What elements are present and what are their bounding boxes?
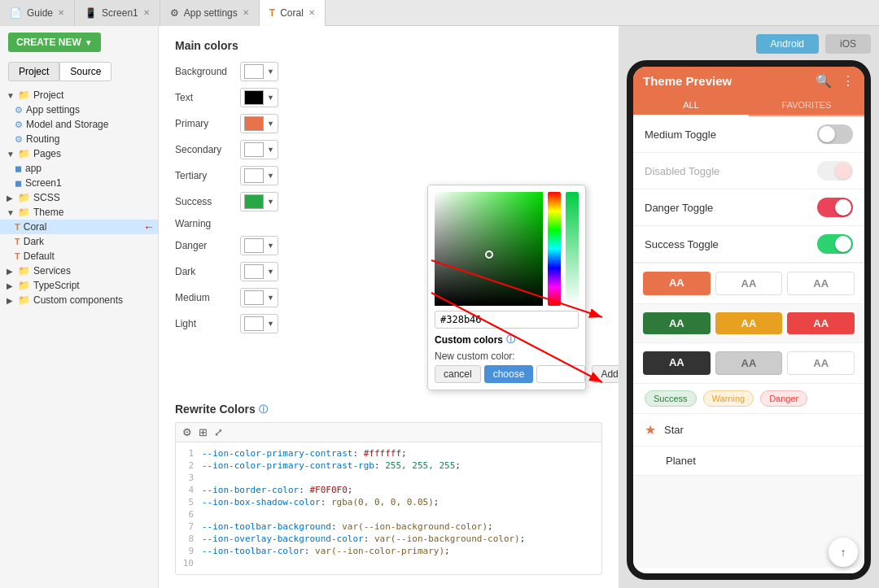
main-layout: CREATE NEW ▼ Project Source ▼ 📁 Project … bbox=[0, 26, 879, 588]
more-icon[interactable]: ⋮ bbox=[842, 73, 855, 89]
color-swatch-primary[interactable]: ▼ bbox=[240, 114, 278, 133]
color-label-text: Text bbox=[175, 92, 240, 103]
tree-item-app[interactable]: ◼ app bbox=[0, 161, 158, 176]
tree-item-appsettings[interactable]: ⚙ App settings bbox=[0, 102, 158, 117]
search-icon[interactable]: 🔍 bbox=[816, 73, 832, 89]
info-icon[interactable]: ⓘ bbox=[506, 333, 515, 346]
color-label-primary: Primary bbox=[175, 118, 240, 129]
code-editor[interactable]: 1 --ion-color-primary-contrast: #ffffff;… bbox=[175, 442, 602, 575]
color-swatch-secondary[interactable]: ▼ bbox=[240, 140, 278, 159]
tree-item-custom-components[interactable]: ▶ 📁 Custom components bbox=[0, 293, 158, 307]
tab-guide[interactable]: 📄 Guide ✕ bbox=[0, 0, 75, 26]
color-swatch-dark[interactable]: ▼ bbox=[240, 262, 278, 281]
aa-outline-button-3[interactable]: AA bbox=[787, 351, 855, 375]
tab-close-coral[interactable]: ✕ bbox=[308, 8, 315, 17]
cancel-button[interactable]: cancel bbox=[435, 365, 481, 383]
aa-outline-button-2[interactable]: AA bbox=[787, 272, 855, 295]
swatch-arrow-icon: ▼ bbox=[267, 198, 274, 206]
settings-code-icon[interactable]: ⚙ bbox=[182, 426, 192, 438]
tab-appsettings[interactable]: ⚙ App settings ✕ bbox=[160, 0, 260, 26]
color-swatch-text[interactable]: ▼ bbox=[240, 88, 278, 107]
phone-tab-favorites[interactable]: FAVORITES bbox=[749, 95, 864, 115]
folder-icon: 📁 bbox=[18, 148, 30, 159]
aa-grid-row2: AA AA AA bbox=[633, 304, 864, 343]
color-row-primary: Primary ▼ bbox=[175, 114, 602, 133]
success-toggle[interactable] bbox=[817, 234, 853, 254]
phone-tab-all[interactable]: ALL bbox=[633, 95, 749, 116]
planet-label: Planet bbox=[666, 455, 696, 467]
tab-close-guide[interactable]: ✕ bbox=[58, 8, 64, 17]
caret-icon: ▼ bbox=[7, 208, 15, 217]
code-line: 9 --ion-toolbar-color: var(--ion-color-p… bbox=[181, 545, 597, 557]
create-new-button[interactable]: CREATE NEW ▼ bbox=[8, 33, 101, 52]
star-icon: ★ bbox=[645, 422, 656, 438]
color-swatch-medium[interactable]: ▼ bbox=[240, 288, 278, 307]
color-label-dark: Dark bbox=[175, 266, 240, 277]
toggle-thumb bbox=[835, 236, 851, 252]
aa-medium-button[interactable]: AA bbox=[715, 351, 783, 375]
tree-item-services[interactable]: ▶ 📁 Services bbox=[0, 264, 158, 278]
phone-tabs: ALL FAVORITES bbox=[633, 95, 864, 116]
aa-outline-button-1[interactable]: AA bbox=[715, 272, 783, 295]
add-button[interactable]: Add bbox=[592, 365, 619, 383]
aa-success-button[interactable]: AA bbox=[643, 312, 711, 334]
ios-button[interactable]: iOS bbox=[825, 34, 871, 54]
rewrite-info-icon[interactable]: ⓘ bbox=[259, 403, 268, 416]
color-gradient-area[interactable] bbox=[435, 192, 543, 306]
color-swatch-success[interactable]: ▼ bbox=[240, 192, 278, 211]
new-color-input[interactable] bbox=[536, 365, 585, 383]
aa-danger-button[interactable]: AA bbox=[787, 312, 855, 334]
folder-icon: 📁 bbox=[18, 192, 30, 203]
tree-item-dark[interactable]: T Dark bbox=[0, 234, 158, 249]
tree-item-pages[interactable]: ▼ 📁 Pages bbox=[0, 146, 158, 161]
color-swatch-danger[interactable]: ▼ bbox=[240, 236, 278, 255]
choose-button[interactable]: choose bbox=[484, 365, 534, 383]
tree-item-theme[interactable]: ▼ 📁 Theme bbox=[0, 205, 158, 220]
hue-strip[interactable] bbox=[548, 192, 561, 306]
tree-item-scss[interactable]: ▶ 📁 SCSS bbox=[0, 190, 158, 205]
swatch-color-danger bbox=[244, 238, 264, 253]
tree-item-coral[interactable]: T Coral ← bbox=[0, 220, 158, 234]
hex-color-input[interactable] bbox=[435, 311, 579, 329]
phone-title: Theme Preview bbox=[643, 74, 732, 88]
tree-item-typescript[interactable]: ▶ 📁 TypeScript bbox=[0, 278, 158, 293]
tab-label-screen1: Screen1 bbox=[102, 7, 138, 19]
platform-buttons: Android iOS bbox=[627, 34, 871, 54]
tree-item-project[interactable]: ▼ 📁 Project bbox=[0, 88, 158, 102]
color-row-secondary: Secondary ▼ bbox=[175, 140, 602, 159]
tab-close-screen1[interactable]: ✕ bbox=[143, 8, 150, 17]
aa-primary-button[interactable]: AA bbox=[643, 272, 711, 295]
tree-label: Dark bbox=[24, 236, 44, 247]
danger-toggle[interactable] bbox=[817, 198, 853, 217]
tree-item-modelstorage[interactable]: ⚙ Model and Storage bbox=[0, 117, 158, 132]
aa-warning-button[interactable]: AA bbox=[715, 312, 783, 334]
format-icon[interactable]: ⊞ bbox=[199, 426, 208, 438]
medium-toggle[interactable] bbox=[817, 124, 853, 144]
aa-dark-button[interactable]: AA bbox=[643, 351, 711, 375]
tab-icon-coral: T bbox=[269, 7, 275, 19]
list-item-star[interactable]: ★ Star bbox=[633, 414, 864, 446]
scroll-up-button[interactable]: ↑ bbox=[829, 538, 858, 567]
tree-item-routing[interactable]: ⚙ Routing bbox=[0, 132, 158, 146]
tree-item-screen1[interactable]: ◼ Screen1 bbox=[0, 176, 158, 190]
tab-close-appsettings[interactable]: ✕ bbox=[243, 8, 249, 17]
alpha-strip[interactable] bbox=[566, 192, 579, 306]
color-label-medium: Medium bbox=[175, 292, 240, 303]
sidebar-tab-project[interactable]: Project bbox=[8, 62, 59, 81]
color-swatch-background[interactable]: ▼ bbox=[240, 62, 278, 81]
swatch-arrow-icon: ▼ bbox=[267, 94, 274, 102]
tab-icon-screen1: 📱 bbox=[85, 7, 97, 19]
tree-label: TypeScript bbox=[33, 280, 80, 291]
color-label-background: Background bbox=[175, 66, 240, 77]
color-swatch-tertiary[interactable]: ▼ bbox=[240, 166, 278, 185]
tab-screen1[interactable]: 📱 Screen1 ✕ bbox=[75, 0, 160, 26]
android-button[interactable]: Android bbox=[756, 34, 819, 54]
sidebar-tab-source[interactable]: Source bbox=[59, 62, 112, 81]
tree-label: App settings bbox=[26, 104, 80, 115]
tab-coral[interactable]: T Coral ✕ bbox=[260, 0, 326, 26]
list-item-planet[interactable]: Planet bbox=[633, 446, 864, 476]
expand-icon[interactable]: ⤢ bbox=[214, 426, 223, 438]
color-swatch-light[interactable]: ▼ bbox=[240, 314, 278, 333]
disabled-toggle-label: Disabled Toggle bbox=[645, 165, 719, 177]
tree-item-default[interactable]: T Default bbox=[0, 249, 158, 264]
